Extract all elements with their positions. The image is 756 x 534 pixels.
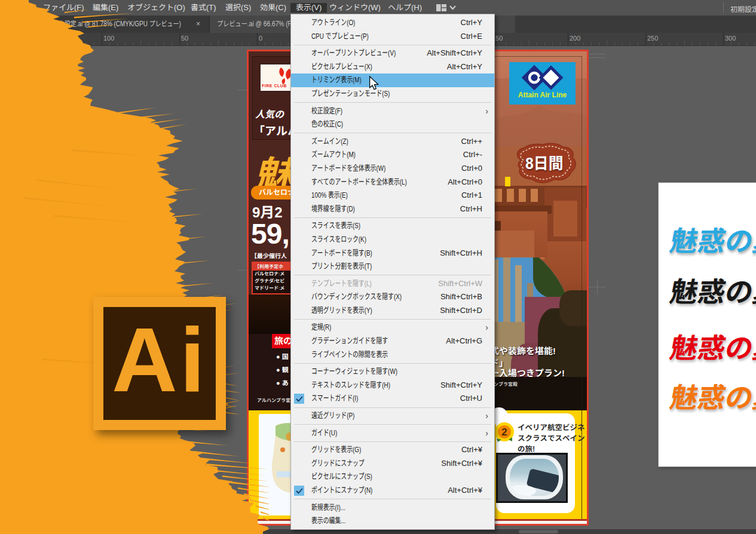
svg-text:2: 2 bbox=[501, 426, 507, 438]
